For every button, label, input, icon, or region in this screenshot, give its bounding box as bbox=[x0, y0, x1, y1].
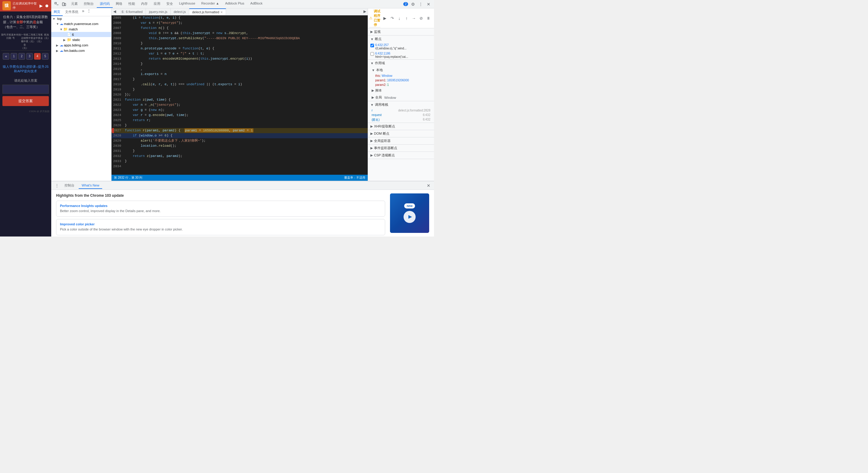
xhr-breakpoints-title[interactable]: ▶ XHR/提取断点 bbox=[368, 123, 434, 130]
file-tree-kebab-btn[interactable]: ⋮ bbox=[86, 8, 92, 16]
watch-section: ▶ 监视 bbox=[368, 28, 434, 36]
whats-new-content: Highlights from the Chrome 103 update Pe… bbox=[51, 190, 434, 236]
step-btn[interactable]: → bbox=[410, 15, 417, 22]
tree-item-file-6[interactable]: 📄 6 bbox=[51, 32, 111, 37]
coverage-status: 覆盖率：不适用 bbox=[344, 176, 365, 180]
resume-btn[interactable]: ▶ bbox=[381, 15, 388, 22]
bottom-tab-whatsnew[interactable]: What's New bbox=[79, 182, 102, 189]
step-out-btn[interactable]: ↑ bbox=[403, 15, 410, 22]
event-listeners-section: ▶ 事件监听器断点 bbox=[368, 145, 434, 152]
card-2-title[interactable]: Improved color picker bbox=[60, 222, 381, 226]
tree-item-match-yuanrenxue[interactable]: ▼ ☁ match.yuanrenxue.com bbox=[51, 21, 111, 27]
editor-tab-close-btn[interactable]: ✕ bbox=[220, 10, 223, 14]
promo-link[interactable]: 猿人学爬虫逆向进阶课--提升JS和APP逆向技术 bbox=[0, 62, 51, 76]
tab-elements[interactable]: 元素 bbox=[68, 0, 81, 8]
csp-breakpoints-title[interactable]: ▶ CSP 违规断点 bbox=[368, 152, 434, 159]
bottom-panel-menu-btn[interactable]: ⋮ bbox=[54, 183, 60, 188]
card-1-desc: Better zoom control, improved display in… bbox=[60, 209, 381, 213]
scope-var-param2: param2: 1 bbox=[375, 83, 432, 87]
scope-section-title[interactable]: ▼ 作用域 bbox=[368, 60, 434, 67]
close-devtools-btn[interactable]: ✕ bbox=[426, 1, 432, 7]
bottom-tab-console[interactable]: 控制台 bbox=[61, 182, 78, 189]
event-listeners-title[interactable]: ▶ 事件监听器断点 bbox=[368, 145, 434, 152]
callstack-section-title[interactable]: ▼ 调用堆栈 bbox=[368, 101, 434, 108]
collapse-icon: ▶ bbox=[370, 146, 373, 150]
file-icon: 📄 bbox=[67, 33, 71, 36]
devtools-main-row: 网页 文件系统 » ⋮ ▼ top ▼ ☁ match.yuanrenxue.c… bbox=[51, 8, 434, 236]
page-3-btn[interactable]: 3 bbox=[26, 53, 33, 60]
tab-recorder[interactable]: Recorder ▲ bbox=[198, 0, 222, 8]
debug-header: ⚠ 调试程序已暂停 bbox=[369, 9, 380, 27]
page-1-btn[interactable]: 1 bbox=[10, 53, 17, 60]
tab-adblockplus[interactable]: Adblock Plus bbox=[222, 0, 247, 8]
tab-sources[interactable]: 源代码 bbox=[97, 0, 113, 8]
file-tree-tab-pages[interactable]: 网页 bbox=[51, 8, 63, 16]
breakpoints-section-title[interactable]: ▼ 断点 bbox=[368, 36, 434, 42]
tab-console[interactable]: 控制台 bbox=[81, 0, 97, 8]
submit-btn[interactable]: 提交答案 bbox=[2, 96, 49, 106]
local-scope-title[interactable]: ▼ 本地 bbox=[370, 67, 432, 73]
tab-adblock[interactable]: AdBlock bbox=[247, 0, 266, 8]
editor-tab-6[interactable]: 6 6:formatted bbox=[118, 8, 146, 15]
device-toolbar-btn[interactable] bbox=[61, 1, 67, 7]
code-line-2814: 2814 } bbox=[112, 61, 368, 67]
tab-scroll-right-btn[interactable]: ▶ bbox=[362, 8, 368, 14]
dom-breakpoints-title[interactable]: ▶ DOM 断点 bbox=[368, 130, 434, 137]
logo: 猿 bbox=[2, 1, 11, 10]
prev-page-btn[interactable]: « bbox=[3, 53, 9, 60]
editor-tab-delectjs-formatted[interactable]: delect.js:formatted ✕ bbox=[189, 8, 226, 15]
step-over-btn[interactable]: ↷ bbox=[389, 15, 396, 22]
collapse-icon: ▶ bbox=[370, 139, 373, 143]
video-play-btn[interactable] bbox=[404, 211, 415, 223]
page-5-btn[interactable]: 5 bbox=[42, 53, 49, 60]
more-options-btn[interactable]: ⋮ bbox=[418, 1, 424, 7]
tab-performance[interactable]: 性能 bbox=[125, 0, 138, 8]
collapse-icon: ▶ bbox=[370, 30, 373, 34]
tab-scroll-left-btn[interactable]: ◀ bbox=[112, 8, 118, 14]
page-2-btn[interactable]: 2 bbox=[19, 53, 25, 60]
code-editor[interactable]: 2805 (i = function(t, e, i) { 2806 var s… bbox=[112, 15, 368, 175]
tree-item-hm-baidu[interactable]: ▶ ☁ hm.baidu.com bbox=[51, 48, 111, 53]
tab-lighthouse[interactable]: Lighthouse bbox=[176, 0, 198, 8]
tab-security[interactable]: 安全 bbox=[163, 0, 176, 8]
editor-tab-delectjs[interactable]: delect.js bbox=[170, 8, 189, 15]
arrow-icon: ▼ bbox=[60, 28, 63, 31]
card-2-desc: Pick a color outside of the browser wind… bbox=[60, 227, 381, 232]
callstack-item-request: request 6:432 bbox=[370, 113, 432, 117]
breakpoint-checkbox-1[interactable] bbox=[370, 44, 374, 47]
script-scope-title[interactable]: ▶ 脚本 bbox=[370, 87, 432, 94]
settings-btn[interactable]: ⚙ bbox=[410, 1, 416, 7]
tab-memory[interactable]: 内存 bbox=[138, 0, 151, 8]
tab-network[interactable]: 网络 bbox=[113, 0, 125, 8]
deactivate-btn[interactable]: ⊘ bbox=[418, 15, 424, 22]
svg-rect-3 bbox=[62, 3, 64, 6]
card-1-title[interactable]: Performance Insights updates bbox=[60, 204, 381, 208]
bottom-tabs: ⋮ 控制台 What's New ✕ bbox=[51, 181, 434, 190]
step-into-btn[interactable]: ↓ bbox=[396, 15, 403, 22]
watch-section-title[interactable]: ▶ 监视 bbox=[368, 28, 434, 35]
editor-tabs: ◀ 6 6:formatted jquery.min.js delect.js bbox=[112, 8, 368, 15]
editor-tab-jqueryminjs[interactable]: jquery.min.js bbox=[146, 8, 170, 15]
breakpoint-checkbox-2[interactable] bbox=[370, 52, 374, 56]
code-line-2825: 2825 return r; bbox=[112, 118, 368, 123]
whats-new-video-thumbnail[interactable]: new bbox=[390, 193, 429, 233]
tree-item-static[interactable]: ▶ 📁 static bbox=[51, 37, 111, 42]
play-icon[interactable]: ▶ bbox=[39, 3, 43, 8]
code-line-2815: 2815 , bbox=[112, 67, 368, 72]
inspect-element-btn[interactable] bbox=[54, 1, 60, 7]
bottom-panel-close-btn[interactable]: ✕ bbox=[426, 183, 432, 189]
answer-input[interactable] bbox=[2, 85, 49, 94]
tree-item-top[interactable]: ▼ top bbox=[51, 16, 111, 21]
file-tree-more-btn[interactable]: » bbox=[81, 8, 86, 16]
tree-item-match[interactable]: ▼ 📁 match bbox=[51, 27, 111, 32]
debugger-paused-label: 调试程序已暂停 bbox=[374, 9, 380, 27]
svg-marker-5 bbox=[408, 215, 412, 219]
file-tree-tab-filesystem[interactable]: 文件系统 bbox=[63, 8, 81, 16]
tree-item-apps-bdimg[interactable]: ▶ ☁ apps.bdimg.com bbox=[51, 42, 111, 48]
page-4-btn[interactable]: 4 bbox=[34, 53, 41, 60]
pause-exceptions-btn[interactable]: ⏸ bbox=[425, 15, 432, 22]
global-listeners-title[interactable]: ▶ 全局监听器 bbox=[368, 137, 434, 144]
record-icon[interactable]: ⏺ bbox=[44, 3, 49, 8]
tab-application[interactable]: 应用 bbox=[151, 0, 163, 8]
global-scope-title[interactable]: ▶ 全局 Window bbox=[370, 94, 432, 101]
